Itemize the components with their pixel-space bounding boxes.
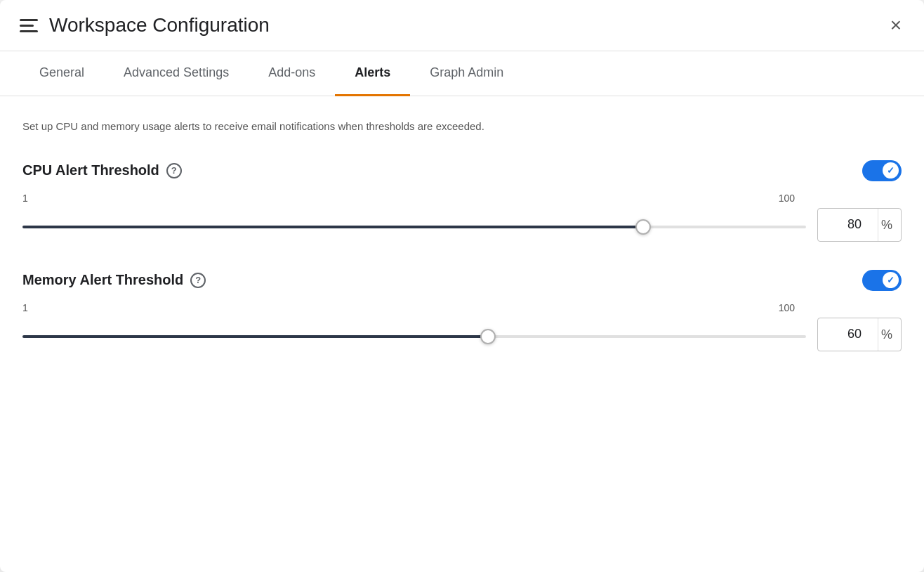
cpu-toggle[interactable]: [862, 160, 902, 181]
memory-slider-row: %: [22, 318, 902, 351]
content-area: Set up CPU and memory usage alerts to re…: [0, 96, 924, 402]
memory-header-left: Memory Alert Threshold ?: [22, 272, 206, 288]
cpu-slider-container: [22, 219, 806, 231]
memory-value-unit: %: [878, 318, 901, 351]
workspace-config-modal: Workspace Configuration × General Advanc…: [0, 0, 924, 572]
cpu-alert-section: CPU Alert Threshold ? 1 100 %: [22, 160, 902, 242]
cpu-header-left: CPU Alert Threshold ?: [22, 162, 182, 178]
memory-help-icon[interactable]: ?: [190, 273, 206, 288]
modal-header: Workspace Configuration ×: [0, 0, 924, 51]
memory-slider-container: [22, 328, 806, 341]
memory-value-box: %: [817, 318, 902, 351]
memory-alert-section: Memory Alert Threshold ? 1 100 %: [22, 270, 902, 351]
cpu-max-label: 100: [779, 193, 795, 204]
cpu-value-box: %: [817, 208, 902, 242]
tabs-container: General Advanced Settings Add-ons Alerts…: [0, 51, 924, 96]
tab-alerts[interactable]: Alerts: [335, 51, 410, 96]
memory-alert-title: Memory Alert Threshold: [22, 272, 183, 288]
cpu-toggle-knob: [883, 162, 899, 178]
cpu-help-icon[interactable]: ?: [166, 163, 182, 178]
hamburger-icon[interactable]: [20, 19, 38, 32]
cpu-alert-title: CPU Alert Threshold: [22, 162, 159, 178]
cpu-slider-row: %: [22, 208, 902, 242]
tab-add-ons[interactable]: Add-ons: [249, 51, 335, 96]
close-button[interactable]: ×: [887, 13, 904, 38]
memory-max-label: 100: [779, 302, 795, 313]
cpu-value-unit: %: [878, 208, 901, 242]
memory-slider[interactable]: [22, 335, 806, 338]
tab-advanced-settings[interactable]: Advanced Settings: [104, 51, 249, 96]
description-text: Set up CPU and memory usage alerts to re…: [22, 119, 902, 135]
tab-graph-admin[interactable]: Graph Admin: [410, 51, 523, 96]
memory-toggle-knob: [883, 272, 899, 288]
modal-title: Workspace Configuration: [49, 14, 270, 37]
header-left: Workspace Configuration: [20, 14, 270, 37]
cpu-value-input[interactable]: [818, 217, 878, 232]
cpu-min-label: 1: [22, 193, 28, 204]
memory-alert-header: Memory Alert Threshold ?: [22, 270, 902, 291]
memory-value-input[interactable]: [818, 327, 878, 342]
cpu-range-labels: 1 100: [22, 193, 902, 204]
tab-general[interactable]: General: [20, 51, 104, 96]
memory-range-labels: 1 100: [22, 302, 902, 313]
cpu-slider[interactable]: [22, 226, 806, 228]
cpu-alert-header: CPU Alert Threshold ?: [22, 160, 902, 181]
memory-min-label: 1: [22, 302, 28, 313]
memory-toggle[interactable]: [862, 270, 902, 291]
